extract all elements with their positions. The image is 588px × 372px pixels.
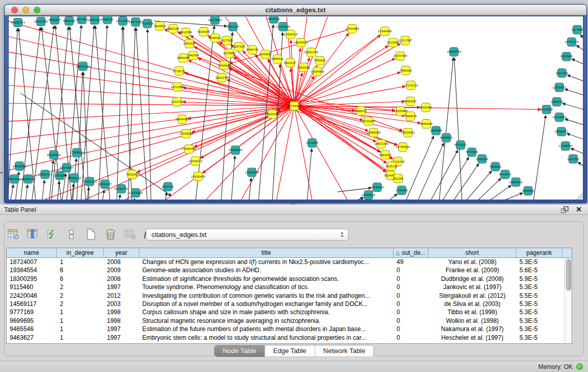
graph-node[interactable]: 15751074: [564, 38, 579, 47]
network-table-select[interactable]: citations_edges.txt ▲▼: [146, 229, 349, 240]
network-view[interactable]: 1872400718300295766382298601289912954165…: [8, 16, 583, 200]
graph-node[interactable]: 8186323: [209, 34, 222, 42]
column-header-short[interactable]: short: [428, 248, 516, 257]
graph-node[interactable]: 9474444: [466, 148, 478, 157]
column-header-name[interactable]: name: [7, 248, 57, 257]
graph-node[interactable]: 9699695: [420, 120, 433, 128]
tab-network-table[interactable]: Network Table: [315, 345, 374, 357]
graph-node[interactable]: 12093872: [552, 83, 567, 92]
graph-node[interactable]: 7485063: [400, 66, 412, 75]
table-options-button[interactable]: [7, 228, 19, 240]
graph-node[interactable]: 1527602: [76, 16, 89, 24]
graph-node[interactable]: 7857224: [227, 23, 239, 31]
graph-node[interactable]: 7515526: [141, 19, 154, 28]
sidebar-collapse-arrow-icon[interactable]: ▸: [1, 169, 3, 175]
graph-node[interactable]: 18535061: [12, 162, 27, 170]
graph-node[interactable]: 16961758: [304, 48, 318, 57]
graph-node[interactable]: 6466162: [101, 16, 114, 24]
graph-node[interactable]: 12213589: [170, 82, 185, 91]
graph-node[interactable]: 1362615: [297, 63, 310, 72]
table-row[interactable]: 1872400712008Changes of HCN gene express…: [7, 258, 572, 266]
graph-node[interactable]: 9915499: [420, 103, 432, 112]
table-row[interactable]: 977716911998Corpus callosum shape and si…: [7, 308, 572, 316]
graph-node[interactable]: 6679197: [454, 141, 467, 149]
graph-node[interactable]: 2367608: [233, 42, 246, 51]
graph-node[interactable]: 8454749: [246, 46, 259, 54]
graph-node[interactable]: 12923468: [128, 188, 143, 197]
graph-node[interactable]: 12218506: [276, 23, 290, 31]
table-row[interactable]: 1830029562008Estimation of significance …: [7, 275, 572, 283]
graph-node[interactable]: 16033803: [208, 16, 222, 25]
graph-node[interactable]: 9146821: [259, 50, 272, 59]
graph-node[interactable]: 16210643: [552, 113, 567, 122]
column-header-in_degree[interactable]: in_degree: [57, 248, 104, 257]
graph-node[interactable]: 1219967: [387, 38, 400, 47]
resize-grip-icon[interactable]: [576, 193, 583, 200]
graph-node[interactable]: 9912954: [180, 28, 192, 37]
graph-node[interactable]: 8215958: [540, 105, 553, 114]
graph-node[interactable]: 10958107: [98, 180, 112, 188]
graph-node[interactable]: 10653257: [88, 16, 102, 25]
graph-node[interactable]: 7663822: [154, 22, 166, 31]
graph-node[interactable]: 2935114: [476, 155, 488, 163]
graph-node[interactable]: 9456019: [63, 17, 76, 26]
graph-node[interactable]: 1640954: [430, 126, 443, 135]
graph-node[interactable]: 10196340: [228, 146, 243, 155]
graph-node[interactable]: 7625402: [126, 170, 139, 179]
table-row[interactable]: 1456911722003Disruption of a novel membe…: [7, 300, 572, 308]
graph-node[interactable]: 10719185: [116, 17, 130, 26]
graph-node[interactable]: 9860128: [167, 25, 180, 33]
deselect-rows-button[interactable]: [66, 228, 78, 240]
graph-node[interactable]: 9457791: [162, 182, 175, 191]
graph-node[interactable]: 15166825: [179, 129, 193, 138]
graph-node[interactable]: 8471670: [499, 170, 512, 179]
graph-node[interactable]: 17975115: [404, 81, 418, 90]
graph-node[interactable]: 11325419: [284, 30, 298, 39]
graph-node[interactable]: 18640910: [294, 38, 308, 47]
graph-node[interactable]: 30691406: [34, 17, 48, 26]
graph-node[interactable]: 1733426: [396, 186, 408, 194]
table-row[interactable]: 946362711997Embryonic stem cells: a mode…: [7, 334, 572, 342]
graph-node[interactable]: 19593478: [245, 168, 259, 177]
graph-node[interactable]: 9127504: [221, 36, 233, 45]
graph-node[interactable]: 19756928: [396, 143, 410, 151]
graph-node[interactable]: 8522037: [284, 58, 297, 67]
graph-node[interactable]: 14136141: [370, 183, 384, 191]
network-window-titlebar[interactable]: citations_edges.txt: [5, 5, 586, 15]
graph-node[interactable]: 3915159: [8, 174, 21, 183]
graph-node[interactable]: 19654985: [175, 115, 189, 124]
delete-table-button-disabled[interactable]: [124, 228, 136, 240]
new-document-button[interactable]: [85, 228, 97, 240]
graph-node[interactable]: 9463627: [404, 97, 417, 105]
graph-node[interactable]: 13942757: [38, 170, 52, 179]
graph-node[interactable]: 7932621: [489, 162, 502, 171]
graph-node[interactable]: 8226058: [198, 28, 210, 36]
graph-node[interactable]: 16648784: [447, 48, 461, 56]
graph-node[interactable]: 1244415: [551, 97, 563, 106]
graph-node[interactable]: 8358923: [440, 134, 453, 142]
vertical-scrollbar[interactable]: [564, 258, 572, 343]
delete-trash-button[interactable]: [104, 228, 117, 240]
graph-node[interactable]: 2803144: [215, 73, 228, 82]
graph-node[interactable]: 1588520: [271, 55, 284, 63]
graph-node[interactable]: 12543388: [345, 25, 359, 33]
graph-node[interactable]: 20973493: [393, 52, 407, 60]
table-row[interactable]: 1938455462009Genome-wide association stu…: [7, 266, 572, 274]
graph-node[interactable]: 11548486: [378, 27, 392, 36]
graph-node[interactable]: 9329966: [560, 52, 573, 61]
table-row[interactable]: 946554611997Estimation of the future num…: [7, 325, 572, 333]
graph-node[interactable]: 7955812: [314, 56, 326, 65]
graph-node[interactable]: 9684067: [379, 150, 392, 159]
graph-node[interactable]: 8594297: [49, 16, 61, 25]
graph-node[interactable]: 8813054: [268, 16, 280, 24]
column-header-pagerank[interactable]: pagerank: [516, 248, 562, 257]
show-columns-button[interactable]: [27, 228, 39, 240]
graph-node[interactable]: 9245652: [522, 186, 535, 195]
table-row[interactable]: 2242004622012Investigating the contribut…: [7, 292, 572, 300]
graph-node[interactable]: 1117495: [571, 26, 583, 34]
graph-node[interactable]: 9227349: [556, 69, 569, 77]
graph-node[interactable]: 19654923: [401, 128, 415, 137]
table-row[interactable]: 969969511998Structural magnetic resonanc…: [7, 317, 572, 325]
graph-node[interactable]: 7949578: [404, 112, 417, 121]
graph-node[interactable]: 15692971: [554, 127, 569, 136]
